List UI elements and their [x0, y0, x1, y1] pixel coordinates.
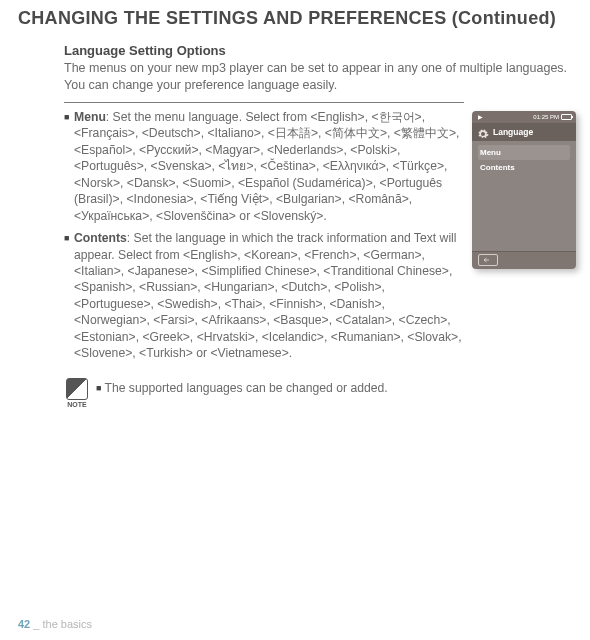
note-text: ■The supported languages can be changed …	[96, 378, 388, 395]
note-label: NOTE	[67, 401, 86, 408]
play-icon: ▶	[478, 113, 483, 120]
footer-section: the basics	[42, 618, 92, 630]
page-footer: 42 _ the basics	[18, 618, 92, 630]
device-mockup: ▶ 01:25 PM Language Menu Contents	[472, 111, 576, 269]
content-row: ■ Menu: Set the menu language. Select fr…	[0, 109, 590, 368]
divider	[64, 102, 464, 103]
gear-icon	[477, 126, 489, 138]
device-header-title: Language	[493, 127, 533, 137]
intro-text: The menus on your new mp3 player can be …	[0, 60, 590, 100]
item-body: Menu: Set the menu language. Select from…	[74, 109, 462, 224]
device-footer	[472, 251, 576, 269]
device-status-bar: ▶ 01:25 PM	[472, 111, 576, 123]
item-body: Contents: Set the language in which the …	[74, 230, 462, 362]
device-menu-item[interactable]: Contents	[478, 160, 570, 175]
bullet-icon: ■	[96, 383, 101, 393]
note-body: The supported languages can be changed o…	[104, 381, 387, 395]
device-body: Menu Contents	[472, 141, 576, 251]
item-title: Contents	[74, 231, 127, 245]
bullet-icon: ■	[64, 230, 70, 244]
device-time: 01:25 PM	[533, 114, 559, 120]
back-button[interactable]	[478, 254, 498, 266]
list-item: ■ Contents: Set the language in which th…	[64, 230, 462, 362]
note-row: NOTE ■The supported languages can be cha…	[0, 378, 590, 408]
item-text: : Set the menu language. Select from <En…	[74, 110, 459, 223]
back-arrow-icon	[483, 256, 493, 264]
note-icon-wrap: NOTE	[64, 378, 90, 408]
text-column: ■ Menu: Set the menu language. Select fr…	[64, 109, 462, 368]
bullet-icon: ■	[64, 109, 70, 123]
footer-sep: _	[30, 618, 42, 630]
note-icon	[66, 378, 88, 400]
device-menu-item[interactable]: Menu	[478, 145, 570, 160]
page-number: 42	[18, 618, 30, 630]
device-header: Language	[472, 123, 576, 141]
item-title: Menu	[74, 110, 106, 124]
item-text: : Set the language in which the track in…	[74, 231, 462, 360]
section-title: Language Setting Options	[0, 33, 590, 60]
list-item: ■ Menu: Set the menu language. Select fr…	[64, 109, 462, 224]
battery-icon	[561, 114, 572, 120]
page-title: CHANGING THE SETTINGS AND PREFERENCES (C…	[0, 0, 590, 33]
